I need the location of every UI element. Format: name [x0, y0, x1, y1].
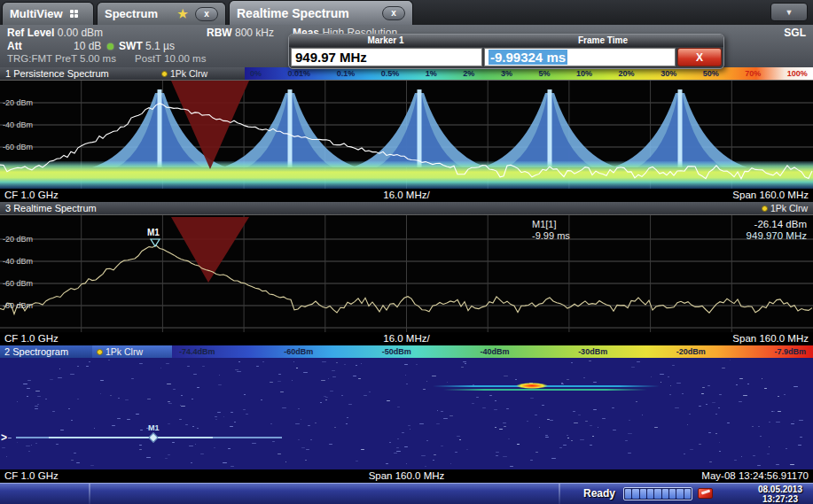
tab-multiview-label: MultiView — [10, 7, 63, 20]
spectrogram-event-line — [443, 389, 647, 391]
y-axis-label: -60 dBm — [3, 279, 33, 288]
att-value[interactable]: 10 dB — [74, 40, 101, 52]
span-value: Span 160.0 MHz — [0, 470, 813, 481]
spectrogram-marker-line-core — [49, 437, 213, 438]
single-sweep-badge: SGL — [784, 27, 806, 39]
statusbar-divider — [89, 484, 90, 504]
frame-timestamp: May-08 13:24:56.91170 — [701, 470, 809, 481]
persistence-color-scale: 0%0.01% 0.1%0.5% 1%2% 3%5% 10%20% 30%50%… — [245, 67, 813, 80]
marker-m1-label: M1 — [147, 228, 160, 237]
status-alert-icon[interactable] — [698, 488, 713, 499]
att-label: Att — [7, 40, 22, 52]
span-value[interactable]: Span 160.0 MHz — [732, 333, 809, 344]
per-div-value: 16.0 MHz/ — [0, 190, 813, 200]
att-led-icon — [107, 43, 113, 50]
tab-overflow-button[interactable]: ▼ — [770, 3, 808, 21]
marker-readout-id: M1[1] — [532, 219, 557, 229]
multiview-grid-icon — [70, 10, 78, 18]
tab-realtime-close-icon[interactable]: x — [382, 6, 405, 20]
persistence-plot — [0, 81, 813, 190]
persistence-title: 1 Persistence Spectrum — [0, 68, 161, 79]
ref-level-value[interactable]: 0.00 dBm — [58, 27, 103, 39]
spectrogram-footer: CF 1.0 GHz Span 160.0 MHz May-08 13:24:5… — [0, 469, 813, 483]
rbw-value[interactable]: 800 kHz — [235, 27, 274, 39]
realtime-trace-label: 1Pk Clrw — [762, 203, 813, 213]
trigger-value[interactable]: TRG:FMT PreT 5.00 ms — [7, 53, 116, 64]
realtime-plot: M1 — [0, 215, 813, 333]
realtime-header[interactable]: 3 Realtime Spectrum 1Pk Clrw — [0, 202, 813, 214]
y-axis-label: -20 dBm — [3, 98, 33, 107]
persistence-trace-label: 1Pk Clrw — [161, 68, 245, 79]
realtime-footer: CF 1.0 GHz 16.0 MHz/ Span 160.0 MHz — [0, 332, 813, 345]
y-axis-label: -80 dBm — [3, 301, 33, 310]
marker-readout-time: -9.99 ms — [532, 230, 570, 241]
status-ready-label: Ready — [583, 487, 615, 500]
spectrogram-header[interactable]: 2 Spectrogram 1Pk Clrw -74.4dBm-60dBm -5… — [0, 345, 813, 358]
sweep-progress-bar — [623, 487, 692, 500]
marker-dialog: Marker 1 Frame Time 949.97 MHz -9.99324 … — [288, 34, 724, 69]
per-div-value: 16.0 MHz/ — [0, 333, 813, 344]
status-time: 13:27:23 — [758, 494, 802, 504]
ref-level-label: Ref Level — [7, 27, 54, 39]
tab-bar: MultiView Spectrum ★ x Realtime Spectrum… — [0, 0, 813, 25]
marker-m1-icon — [151, 239, 160, 246]
trace-color-dot-icon — [161, 71, 168, 77]
persistence-footer: CF 1.0 GHz 16.0 MHz/ Span 160.0 MHz — [0, 189, 813, 202]
frame-time-value: -9.99324 ms — [489, 50, 567, 65]
chevron-down-icon: ▼ — [786, 8, 793, 17]
frame-time-title: Frame Time — [482, 35, 723, 47]
realtime-title: 3 Realtime Spectrum — [0, 203, 102, 213]
marker-m1-icon[interactable] — [148, 432, 158, 442]
tab-spectrum[interactable]: Spectrum ★ x — [97, 2, 226, 25]
dialog-close-button[interactable]: X — [677, 48, 722, 66]
spectrogram-color-scale: -74.4dBm-60dBm -50dBm-40dBm -30dBm-20dBm… — [172, 345, 813, 358]
marker-dialog-header[interactable]: Marker 1 Frame Time — [289, 35, 723, 47]
trigger-post-value[interactable]: PostT 10.00 ms — [135, 53, 206, 64]
persistence-header[interactable]: 1 Persistence Spectrum 1Pk Clrw 0%0.01% … — [0, 67, 813, 80]
persistence-graph[interactable]: -20 dBm -40 dBm -60 dBm — [0, 80, 813, 189]
tab-realtime-spectrum-label: Realtime Spectrum — [237, 6, 349, 20]
trigger-mask-triangle — [171, 217, 249, 283]
marker-m1-label: M1 — [148, 423, 160, 432]
current-frame-arrow-icon: > — [1, 431, 7, 444]
spectrogram-trace-label: 1Pk Clrw — [97, 346, 143, 357]
close-icon: X — [696, 51, 703, 64]
y-axis-label: -40 dBm — [3, 257, 33, 266]
tab-realtime-spectrum[interactable]: Realtime Spectrum x — [229, 0, 413, 25]
analyzer-screen: MultiView Spectrum ★ x Realtime Spectrum… — [0, 0, 813, 504]
statusbar-divider — [559, 484, 560, 504]
y-axis-label: -20 dBm — [3, 235, 33, 244]
marker1-title: Marker 1 — [289, 35, 482, 47]
y-axis-label: -60 dBm — [3, 143, 33, 151]
trace-color-dot-icon — [97, 349, 103, 355]
marker1-freq-value: 949.97 MHz — [295, 50, 367, 65]
y-axis-label: -40 dBm — [3, 120, 33, 129]
marker-readout-level: -26.14 dBm — [754, 219, 807, 229]
marker-readout-freq: 949.970 MHz — [747, 230, 807, 241]
spectrogram-area[interactable]: M1 > — [0, 358, 813, 469]
swt-label: SWT — [119, 40, 143, 52]
span-value[interactable]: Span 160.0 MHz — [732, 190, 809, 200]
marker1-freq-input[interactable]: 949.97 MHz — [291, 48, 482, 66]
tab-spectrum-label: Spectrum — [105, 7, 158, 20]
realtime-graph[interactable]: -20 dBm -40 dBm -60 dBm -80 dBm M1 — [0, 214, 813, 332]
star-icon: ★ — [177, 7, 188, 20]
frame-time-input[interactable]: -9.99324 ms — [484, 48, 676, 66]
tab-multiview[interactable]: MultiView — [2, 2, 94, 25]
status-bar: Ready 08.05.2013 13:27:23 — [0, 483, 813, 504]
status-date: 08.05.2013 — [758, 485, 802, 494]
spectrogram-hotspot — [516, 383, 548, 389]
spectrogram-title: 2 Spectrogram — [4, 346, 68, 357]
trace-color-dot-icon — [762, 205, 768, 212]
swt-value[interactable]: 5.1 µs — [145, 40, 175, 52]
tab-spectrum-close-icon[interactable]: x — [195, 7, 218, 21]
rbw-label: RBW — [207, 27, 232, 39]
status-datetime: 08.05.2013 13:27:23 — [758, 485, 802, 504]
